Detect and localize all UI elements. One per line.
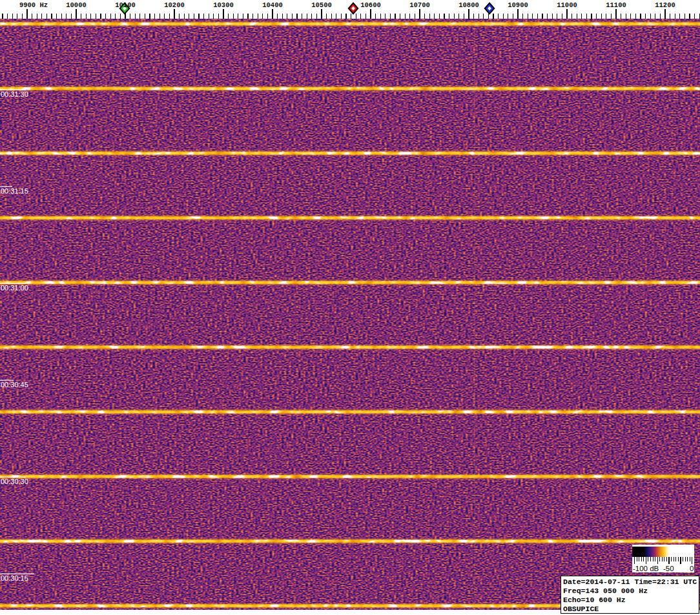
svg-text:00:31:00: 00:31:00: [1, 284, 28, 292]
svg-text:00:30:45: 00:30:45: [1, 381, 28, 388]
svg-text:00:31:15: 00:31:15: [1, 187, 28, 195]
svg-text:00:30:30: 00:30:30: [1, 478, 28, 485]
svg-text:00:31:30: 00:31:30: [1, 90, 28, 98]
svg-text:00:30:15: 00:30:15: [1, 574, 28, 582]
